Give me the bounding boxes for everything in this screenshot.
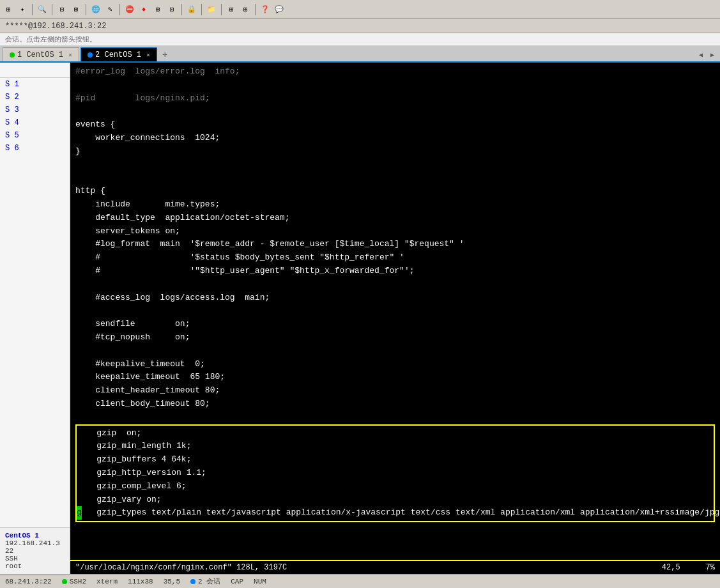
toolbar-icon-2[interactable]: ✦: [17, 4, 28, 15]
toolbar-sep-4: [119, 4, 120, 15]
session-bar: 会话。点击左侧的箭头按钮。: [0, 33, 720, 46]
sessions-dot: [190, 579, 195, 584]
tab1-dot: [10, 52, 15, 58]
search-input[interactable]: [4, 66, 66, 74]
conn-user: root: [5, 562, 65, 570]
terminal-percent: 7%: [706, 563, 715, 572]
tab-nav-prev[interactable]: ◀: [696, 49, 706, 61]
sidebar-item-s6[interactable]: S 6: [0, 142, 70, 155]
toolbar-icon-3[interactable]: 🔍: [36, 4, 48, 15]
status-sessions: 2 会话: [190, 576, 220, 586]
conn-host: CentOS 1: [5, 532, 65, 539]
conn-port: 22: [5, 547, 65, 555]
status-num: NUM: [254, 578, 266, 585]
toolbar-icon-7[interactable]: ✎: [104, 4, 116, 15]
status-val1: 35,5: [164, 578, 180, 585]
toolbar-icon-15[interactable]: ⊞: [240, 4, 251, 15]
toolbar-icon-13[interactable]: 📁: [206, 4, 217, 15]
status-dims: 111x38: [128, 578, 153, 585]
sidebar-item-s3[interactable]: S 3: [0, 104, 70, 116]
status-ssh: SSH2: [62, 578, 86, 585]
toolbar-sep-2: [52, 4, 52, 15]
sidebar-item-s1[interactable]: S 1: [0, 78, 70, 91]
sidebar-items: S 1 S 2 S 3 S 4 S 5 S 6: [0, 78, 70, 527]
sidebar: S 1 S 2 S 3 S 4 S 5 S 6 CentOS 1 192.168…: [0, 63, 70, 574]
toolbar-sep-8: [255, 4, 256, 15]
tab-nav-right: ◀ ▶: [696, 49, 717, 61]
toolbar-icon-4[interactable]: ⊟: [56, 4, 68, 15]
toolbar-sep-1: [32, 4, 33, 15]
toolbar-icon-8[interactable]: ⛔: [124, 4, 135, 15]
terminal-content: #error_log logs/error.log info; #pid log…: [70, 63, 720, 560]
terminal-filename: "/usr/local/nginx/conf/nginx.conf" 128L,…: [75, 563, 287, 572]
toolbar-sep-6: [201, 4, 202, 15]
tabbar: 1 CentOS 1 ✕ 2 CentOS 1 ✕ + ◀ ▶: [0, 46, 720, 63]
toolbar-icon-6[interactable]: 🌐: [90, 4, 102, 15]
terminal-cursor-pos: 42,5: [662, 563, 680, 572]
status-xterm: xterm: [96, 578, 118, 585]
status-ip: 68.241.3:22: [5, 578, 52, 585]
tab1-close[interactable]: ✕: [68, 51, 72, 59]
toolbar-icon-14[interactable]: ⊞: [226, 4, 237, 15]
tab-add-button[interactable]: +: [158, 49, 171, 61]
ssh-dot: [62, 579, 67, 584]
tab-nav-next[interactable]: ▶: [707, 49, 717, 61]
toolbar-sep-7: [221, 4, 222, 15]
conn-ip: 192.168.241.3: [5, 539, 65, 547]
toolbar-icon-10[interactable]: ⊞: [152, 4, 164, 15]
tab1-label: 1 CentOS 1: [17, 50, 63, 59]
sidebar-search[interactable]: [0, 63, 70, 78]
tab-centos1[interactable]: 1 CentOS 1 ✕: [3, 47, 79, 61]
conn-protocol: SSH: [5, 555, 65, 562]
terminal-info-bar: "/usr/local/nginx/conf/nginx.conf" 128L,…: [70, 560, 720, 574]
tab2-label: 2 CentOS 1: [95, 50, 141, 59]
toolbar-icon-12[interactable]: 🔒: [186, 4, 197, 15]
toolbar-icon-5[interactable]: ⊞: [70, 4, 82, 15]
status-bar: 68.241.3:22 SSH2 xterm 111x38 35,5 2 会话 …: [0, 574, 720, 588]
toolbar-sep-5: [181, 4, 182, 15]
tab2-dot: [88, 52, 93, 58]
titlebar-text: *****@192.168.241.3:22: [5, 22, 106, 31]
toolbar-sep-3: [86, 4, 86, 15]
toolbar-icon-17[interactable]: 💬: [273, 4, 285, 15]
main-area: S 1 S 2 S 3 S 4 S 5 S 6 CentOS 1 192.168…: [0, 63, 720, 574]
session-bar-text: 会话。点击左侧的箭头按钮。: [5, 35, 96, 44]
toolbar-icon-1[interactable]: ⊞: [3, 4, 14, 15]
titlebar: *****@192.168.241.3:22: [0, 19, 720, 33]
toolbar-icon-16[interactable]: ❓: [259, 4, 271, 15]
toolbar-icon-11[interactable]: ⊡: [166, 4, 178, 15]
tab-centos2[interactable]: 2 CentOS 1 ✕: [80, 47, 157, 61]
sidebar-item-s4[interactable]: S 4: [0, 116, 70, 129]
sidebar-item-s5[interactable]: S 5: [0, 129, 70, 142]
tab2-close[interactable]: ✕: [146, 51, 150, 59]
toolbar-icon-9[interactable]: ♦: [138, 4, 149, 15]
sidebar-item-s2[interactable]: S 2: [0, 91, 70, 104]
status-caps: CAP: [231, 578, 243, 585]
terminal-container[interactable]: #error_log logs/error.log info; #pid log…: [70, 63, 720, 574]
toolbar: ⊞ ✦ 🔍 ⊟ ⊞ 🌐 ✎ ⛔ ♦ ⊞ ⊡ 🔒 📁 ⊞ ⊞ ❓ 💬: [0, 0, 720, 19]
